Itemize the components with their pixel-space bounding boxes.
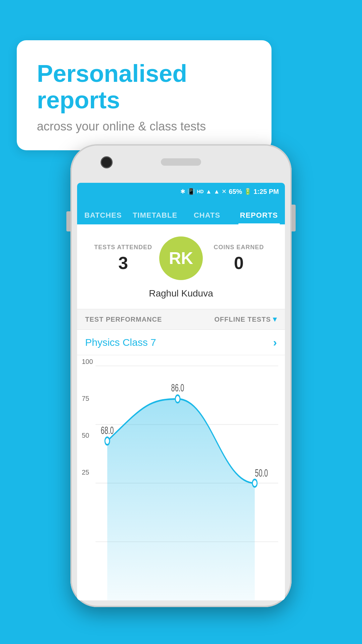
tab-reports[interactable]: REPORTS: [233, 211, 285, 224]
coins-earned-value: 0: [203, 253, 275, 273]
svg-point-6: [252, 479, 257, 487]
phone-speaker: [161, 158, 201, 166]
status-icons: ✱ 📳 HD ▲ ▲ ✕ 65% 🔋 1:25 PM: [180, 188, 279, 196]
phone-camera: [101, 156, 113, 168]
phone-screen: ✱ 📳 HD ▲ ▲ ✕ 65% 🔋 1:25 PM BATCHES TIMET…: [77, 183, 285, 600]
chevron-down-icon: ▾: [273, 315, 277, 324]
test-performance-row: TEST PERFORMANCE OFFLINE TESTS ▾: [77, 309, 285, 329]
phone-frame: ✱ 📳 HD ▲ ▲ ✕ 65% 🔋 1:25 PM BATCHES TIMET…: [70, 144, 292, 607]
class-row[interactable]: Physics Class 7 ›: [77, 330, 285, 355]
profile-stats-row: TESTS ATTENDED 3 RK COINS EARNED 0: [87, 236, 275, 280]
wifi-icon: ▲: [206, 188, 212, 195]
coins-earned-label: COINS EARNED: [203, 244, 275, 251]
signal-icon: ▲: [214, 188, 220, 195]
test-performance-label: TEST PERFORMANCE: [85, 316, 162, 323]
profile-name: Raghul Kuduva: [149, 288, 213, 299]
nav-tabs-bar: BATCHES TIMETABLE CHATS REPORTS: [77, 200, 285, 224]
hd-icon: HD: [197, 189, 203, 194]
tooltip-subtitle: across your online & class tests: [37, 119, 251, 133]
offline-tests-label: OFFLINE TESTS: [214, 316, 271, 323]
battery-percent: 65%: [229, 188, 242, 196]
coins-earned-block: COINS EARNED 0: [203, 244, 275, 273]
chart-area: 100 75 50 25: [77, 355, 285, 600]
tests-attended-block: TESTS ATTENDED 3: [87, 244, 159, 273]
chevron-right-icon: ›: [273, 336, 277, 349]
svg-point-5: [175, 395, 180, 402]
tests-attended-value: 3: [87, 253, 159, 273]
svg-point-4: [105, 437, 110, 445]
tab-timetable[interactable]: TIMETABLE: [129, 211, 181, 224]
time-display: 1:25 PM: [253, 188, 279, 196]
svg-text:50.0: 50.0: [255, 467, 268, 479]
tooltip-card: Personalised reports across your online …: [17, 40, 272, 150]
profile-section: TESTS ATTENDED 3 RK COINS EARNED 0 Raghu…: [77, 224, 285, 309]
vibrate-icon: 📳: [187, 188, 195, 195]
avatar: RK: [159, 236, 203, 280]
tests-attended-label: TESTS ATTENDED: [87, 244, 159, 251]
side-button-left: [66, 211, 70, 231]
svg-text:86.0: 86.0: [171, 382, 184, 394]
tab-batches[interactable]: BATCHES: [77, 211, 129, 224]
status-bar: ✱ 📳 HD ▲ ▲ ✕ 65% 🔋 1:25 PM: [77, 183, 285, 200]
offline-tests-button[interactable]: OFFLINE TESTS ▾: [214, 315, 277, 324]
bluetooth-icon: ✱: [180, 188, 185, 195]
x-icon: ✕: [222, 188, 227, 195]
svg-text:68.0: 68.0: [101, 424, 114, 436]
performance-chart: 68.0 86.0 50.0: [77, 355, 285, 600]
avatar-initials: RK: [169, 249, 193, 268]
battery-icon: 🔋: [244, 188, 251, 195]
side-button-right: [292, 205, 296, 231]
class-name: Physics Class 7: [85, 337, 156, 348]
tab-chats[interactable]: CHATS: [181, 211, 233, 224]
tooltip-title: Personalised reports: [37, 60, 251, 113]
